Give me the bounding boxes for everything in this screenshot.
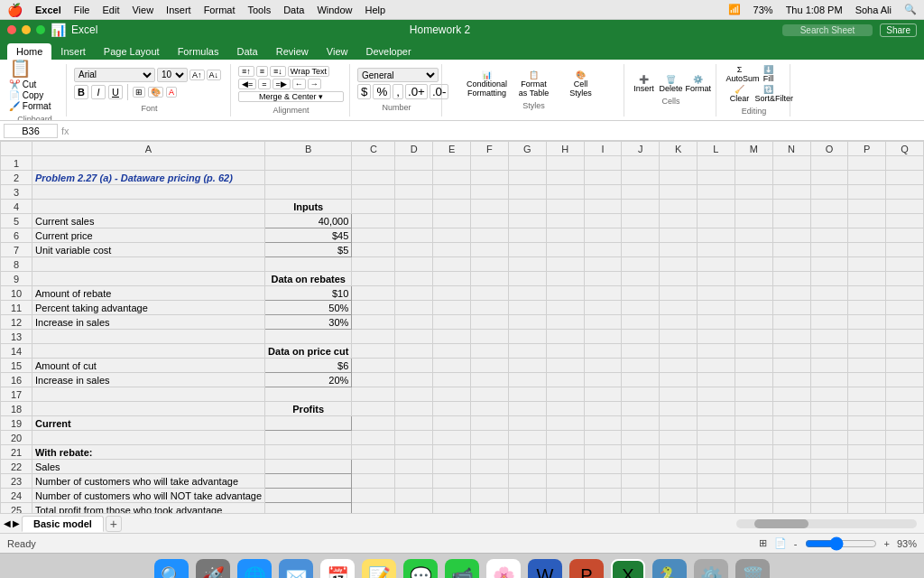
table-cell[interactable] (546, 301, 584, 315)
table-cell[interactable]: Number of customers who will NOT take ad… (32, 489, 265, 503)
align-bottom-button[interactable]: ≡↓ (270, 66, 286, 77)
table-cell[interactable] (735, 214, 772, 228)
table-cell[interactable] (352, 431, 395, 445)
table-cell[interactable] (810, 503, 848, 514)
tab-formulas[interactable]: Formulas (169, 43, 228, 60)
col-header-l[interactable]: L (698, 142, 735, 156)
table-cell[interactable] (471, 257, 509, 272)
table-cell[interactable] (265, 489, 352, 503)
table-cell[interactable] (735, 402, 772, 416)
table-cell[interactable] (622, 315, 660, 330)
table-cell[interactable] (622, 489, 660, 503)
table-cell[interactable] (508, 344, 546, 359)
table-cell[interactable] (848, 156, 886, 171)
table-cell[interactable] (395, 272, 433, 286)
table-cell[interactable] (265, 474, 352, 489)
menu-format[interactable]: Format (204, 5, 236, 15)
table-cell[interactable] (433, 431, 471, 445)
col-header-i[interactable]: I (584, 142, 622, 156)
table-cell[interactable] (810, 344, 848, 359)
table-cell[interactable] (508, 156, 546, 171)
table-cell[interactable] (508, 359, 546, 373)
table-cell[interactable] (471, 315, 509, 330)
table-cell[interactable] (810, 301, 848, 315)
dock-photos[interactable]: 🌸 (486, 559, 521, 579)
menu-help[interactable]: Help (365, 5, 386, 15)
align-center-button[interactable]: = (258, 79, 270, 89)
table-cell[interactable] (772, 301, 810, 315)
table-cell[interactable] (735, 200, 772, 214)
close-button[interactable] (7, 25, 16, 34)
table-cell[interactable] (584, 387, 622, 402)
table-cell[interactable] (660, 359, 698, 373)
table-cell[interactable] (622, 474, 660, 489)
table-cell[interactable] (698, 402, 735, 416)
table-cell[interactable] (508, 214, 546, 228)
table-cell[interactable] (471, 489, 509, 503)
table-cell[interactable] (810, 330, 848, 344)
table-cell[interactable] (735, 330, 772, 344)
table-cell[interactable] (622, 257, 660, 272)
table-cell[interactable] (265, 416, 352, 431)
indent-inc-button[interactable]: → (308, 79, 321, 89)
table-cell[interactable] (848, 315, 886, 330)
table-cell[interactable] (352, 257, 395, 272)
table-cell[interactable] (352, 489, 395, 503)
table-cell[interactable] (735, 489, 772, 503)
dock-calendar[interactable]: 📅 (320, 559, 355, 579)
table-cell[interactable] (433, 460, 471, 474)
table-cell[interactable] (584, 272, 622, 286)
sort-filter-button[interactable]: 🔃Sort&Filter (755, 85, 782, 103)
minimize-button[interactable] (22, 25, 31, 34)
table-cell[interactable] (698, 257, 735, 272)
table-cell[interactable] (735, 344, 772, 359)
table-cell[interactable] (622, 387, 660, 402)
table-cell[interactable] (395, 489, 433, 503)
table-cell[interactable] (433, 315, 471, 330)
table-cell[interactable] (433, 228, 471, 243)
table-cell[interactable] (352, 243, 395, 257)
merge-center-button[interactable]: Merge & Center ▾ (238, 91, 344, 102)
table-cell[interactable] (735, 171, 772, 185)
delete-cells-button[interactable]: 🗑️Delete (659, 75, 684, 93)
table-cell[interactable] (772, 402, 810, 416)
table-cell[interactable] (886, 257, 924, 272)
table-cell[interactable] (848, 460, 886, 474)
table-cell[interactable] (622, 185, 660, 200)
table-cell[interactable] (546, 228, 584, 243)
table-cell[interactable] (546, 431, 584, 445)
table-cell[interactable] (584, 200, 622, 214)
table-cell[interactable] (735, 431, 772, 445)
table-cell[interactable] (433, 330, 471, 344)
table-cell[interactable] (698, 344, 735, 359)
table-cell[interactable] (395, 243, 433, 257)
col-header-b[interactable]: B (265, 142, 352, 156)
table-cell[interactable] (395, 344, 433, 359)
table-cell[interactable] (433, 200, 471, 214)
dock-launchpad[interactable]: 🚀 (196, 559, 230, 579)
table-cell[interactable] (395, 301, 433, 315)
table-cell[interactable] (546, 214, 584, 228)
table-cell[interactable] (265, 171, 352, 185)
table-cell[interactable] (352, 301, 395, 315)
table-cell[interactable] (546, 156, 584, 171)
table-cell[interactable] (546, 272, 584, 286)
table-cell[interactable] (584, 460, 622, 474)
table-cell[interactable] (395, 373, 433, 387)
table-cell[interactable] (622, 402, 660, 416)
table-cell[interactable] (622, 214, 660, 228)
table-cell[interactable] (584, 301, 622, 315)
table-cell[interactable] (622, 431, 660, 445)
col-header-g[interactable]: G (508, 142, 546, 156)
table-cell[interactable] (395, 200, 433, 214)
table-cell[interactable] (886, 474, 924, 489)
cell-styles-button[interactable]: 🎨CellStyles (559, 70, 603, 98)
align-top-button[interactable]: ≡↑ (238, 66, 254, 77)
table-cell[interactable] (698, 315, 735, 330)
table-cell[interactable] (622, 272, 660, 286)
table-cell[interactable] (848, 489, 886, 503)
table-cell[interactable] (433, 344, 471, 359)
table-cell[interactable] (660, 445, 698, 460)
table-cell[interactable] (508, 243, 546, 257)
col-header-c[interactable]: C (352, 142, 395, 156)
